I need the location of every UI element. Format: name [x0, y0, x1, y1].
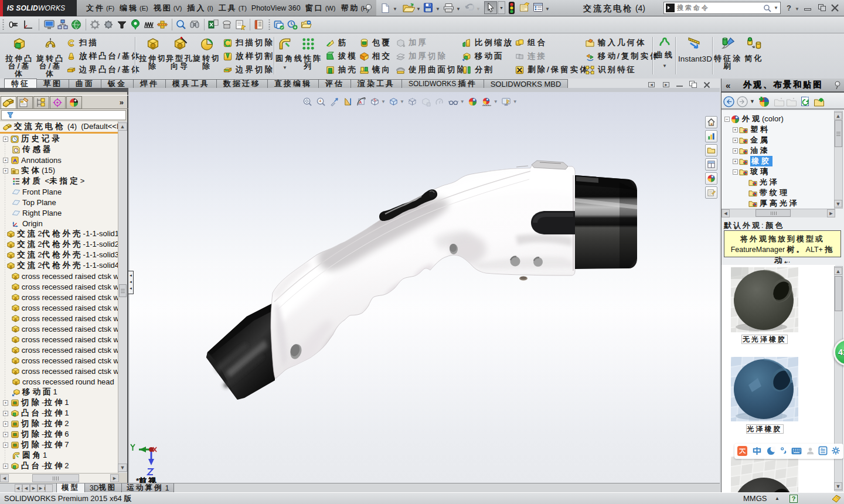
svg-text:A: A	[359, 100, 362, 104]
svg-text:A: A	[13, 158, 17, 164]
